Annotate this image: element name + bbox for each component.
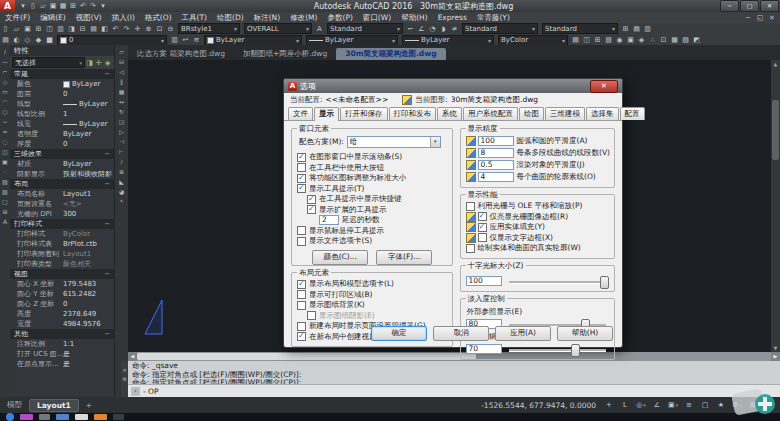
text-style-dropdown[interactable]: Standard▾ [327,23,403,34]
fonts-button[interactable]: 字体(F)... [376,250,432,265]
layer-properties-icon[interactable]: ▤ [0,35,11,45]
property-row[interactable]: 打印表类型 颜色相关 [10,259,114,269]
taskbar-app-3[interactable] [39,414,50,420]
option-row[interactable]: 显示鼠标悬停工具提示 [297,226,448,237]
plot-icon[interactable]: ⊞ [68,1,78,11]
measure-icon[interactable]: ◫ [581,35,592,45]
collapse-icon[interactable]: − [104,179,110,189]
bp-style-dropdown[interactable]: BRstyle1▾ [178,23,240,34]
field-icon[interactable]: ▤ [631,24,642,34]
checkbox[interactable] [478,212,487,221]
new-icon[interactable]: ▯ [0,24,11,34]
dialog-tab[interactable]: 系统 [437,107,462,120]
property-row[interactable]: 打开 UCS 图... 是 [10,349,114,359]
construction-line-icon[interactable]: — [0,57,9,66]
ungroup-icon[interactable]: ▦ [669,35,680,45]
spline-icon[interactable]: ≈ [0,127,9,136]
layer-freeze-icon[interactable]: ◇ [22,35,33,45]
stretch-icon[interactable]: ▷ [117,127,126,136]
dialog-tab[interactable]: 选择集 [586,107,619,120]
option-row[interactable]: 显示可打印区域(B) [297,290,448,301]
property-row[interactable]: 圆心 X 坐标 179.5483 [10,279,114,289]
menu-item[interactable]: Express [433,12,472,23]
property-row[interactable]: 宽度 4984.9576 [10,319,114,329]
document-tab[interactable]: 加翻图纸+两座小桥.dwg [234,48,336,60]
option-row[interactable]: 将功能区图标调整为标准大小 [297,173,448,184]
taskbar-app-6[interactable] [94,414,107,420]
join-icon[interactable]: ⊕ [117,167,126,176]
revcloud-icon[interactable]: ~ [0,117,9,126]
explode-icon[interactable]: * [117,197,126,206]
document-tab[interactable]: 比选方案 箱梁构造图.dwg [128,48,234,60]
region-icon[interactable]: □ [0,197,9,206]
property-section-header[interactable]: 常规 − [10,69,114,79]
angular-dim-icon[interactable]: ◗ [438,24,449,34]
plotstyle-control-dropdown[interactable]: ByColor▾ [498,35,568,46]
value-input[interactable]: 0.5 [478,160,514,170]
fade-value-input[interactable]: 70 [466,344,502,354]
hatch-icon[interactable]: ▨ [603,35,614,45]
color-scheme-select[interactable]: 暗 ▾ [347,136,441,148]
property-row[interactable]: 材质 ByLayer [10,159,114,169]
offset-icon[interactable]: ∥ [117,77,126,86]
doc-restore-button[interactable]: ◱ [754,14,766,22]
property-row[interactable]: 颜色 ByLayer [10,79,114,89]
save-icon[interactable]: ▣ [22,24,33,34]
dialog-tab[interactable]: 配置 [620,107,645,120]
property-row[interactable]: 厚度 0 [10,139,114,149]
option-row[interactable]: 应用实体填充(Y) [466,222,610,233]
option-row[interactable]: 在工具提示中显示快捷键 [297,194,448,205]
checkbox[interactable] [297,184,306,193]
open-icon[interactable]: ▱ [38,1,48,11]
scroll-right-icon[interactable]: ▶ [771,352,780,361]
checkbox[interactable] [478,223,487,232]
draworder-icon[interactable]: ▤ [570,35,581,45]
doc-close-button[interactable]: ✕ [766,14,778,22]
property-row[interactable]: 布局名称 Layout1 [10,189,114,199]
quick-select-icon[interactable]: ◈ [103,59,112,67]
property-row[interactable]: 页面设置名 <无> [10,199,114,209]
chamfer-icon[interactable]: ◣ [117,177,126,186]
dialog-tab[interactable]: 绘图 [519,107,544,120]
property-section-header[interactable]: 其他 − [10,329,114,339]
property-row[interactable]: 在原点显示... 是 [10,359,114,369]
option-row[interactable]: 仅显示文字边框(X) [466,233,610,244]
checkbox[interactable] [297,322,306,331]
checkbox[interactable] [297,301,306,310]
menu-item[interactable]: 常青藤(Y) [472,12,515,23]
selection-dropdown[interactable]: 无选择▾ [12,57,85,68]
minimize-button[interactable]: ─ [720,0,739,12]
linear-dim-icon[interactable]: ⌐ [405,24,416,34]
property-section-header[interactable]: 布局 − [10,179,114,189]
paste-icon[interactable]: ▤ [88,24,99,34]
menu-item[interactable]: 窗口(W) [358,12,396,23]
option-row[interactable]: 显示工具提示(T) [297,184,448,195]
menu-item[interactable]: 文件(F) [0,12,35,23]
close-button[interactable]: ✕ [760,0,779,12]
dialog-button[interactable]: 确定 [371,326,427,341]
menu-item[interactable]: 帮助(H) [396,12,433,23]
qat-dropdown-icon[interactable]: ▾ [18,1,28,11]
taskbar-app-7[interactable] [113,414,124,420]
collapse-icon[interactable]: − [104,329,110,339]
move-icon[interactable]: ↔ [117,97,126,106]
option-row[interactable]: 显示文件选项卡(S) [297,236,448,247]
hatch-icon[interactable]: ▨ [0,177,9,186]
dialog-close-button[interactable]: ✕ [590,80,618,93]
aligned-dim-icon[interactable]: ∠ [416,24,427,34]
plot-preview-icon[interactable]: ◫ [44,24,55,34]
dim-style-dropdown[interactable]: Standard▾ [462,23,538,34]
gradient-icon[interactable]: ▧ [0,187,9,196]
scroll-up-icon[interactable]: ▲ [771,60,780,68]
new-layout-button[interactable]: + [79,400,99,411]
dialog-title-bar[interactable]: A 选项 ✕ [284,79,622,93]
match-properties-icon[interactable]: ◧ [99,24,110,34]
layer-color-icon[interactable]: ■ [44,35,55,45]
quickcalc-icon[interactable]: ⊞ [592,35,603,45]
checkbox[interactable] [466,244,475,253]
new-icon[interactable]: ▯ [28,1,38,11]
crosshair-size-input[interactable]: 100 [466,276,502,286]
table-style-dropdown[interactable]: Standard▾ [542,23,618,34]
option-row[interactable]: 在图形窗口中显示滚动条(S) [297,152,448,163]
make-block-icon[interactable]: ▣ [0,157,9,166]
